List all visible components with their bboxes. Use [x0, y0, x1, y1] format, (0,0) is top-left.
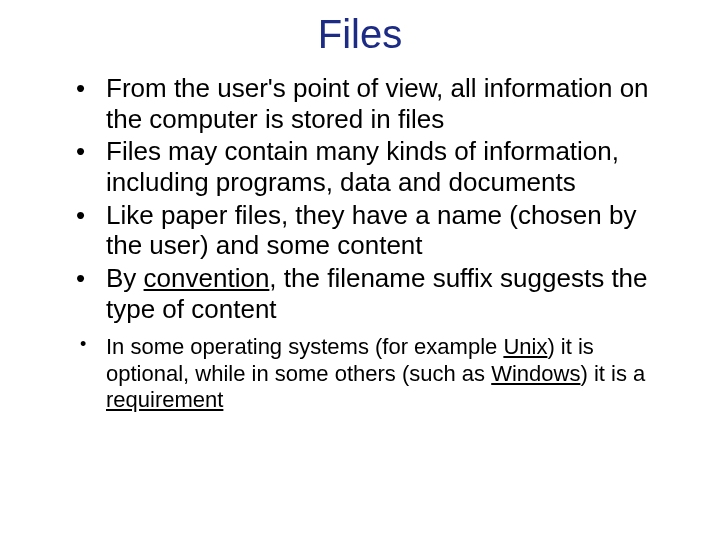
bullet-item: By convention, the filename suffix sugge… — [76, 263, 670, 324]
bullet-item: Files may contain many kinds of informat… — [76, 136, 670, 197]
underlined-term: convention — [144, 263, 270, 293]
sub-bullet-list: In some operating systems (for example U… — [50, 334, 670, 413]
slide: Files From the user's point of view, all… — [0, 0, 720, 540]
underlined-term: requirement — [106, 387, 223, 412]
bullet-list: From the user's point of view, all infor… — [50, 73, 670, 324]
text: In some operating systems (for example — [106, 334, 503, 359]
sub-bullet-item: In some operating systems (for example U… — [76, 334, 670, 413]
underlined-term: Unix — [503, 334, 547, 359]
bullet-item: From the user's point of view, all infor… — [76, 73, 670, 134]
text: ) it is a — [580, 361, 645, 386]
bullet-item: Like paper files, they have a name (chos… — [76, 200, 670, 261]
underlined-term: Windows — [491, 361, 580, 386]
slide-title: Files — [50, 12, 670, 57]
text: By — [106, 263, 144, 293]
